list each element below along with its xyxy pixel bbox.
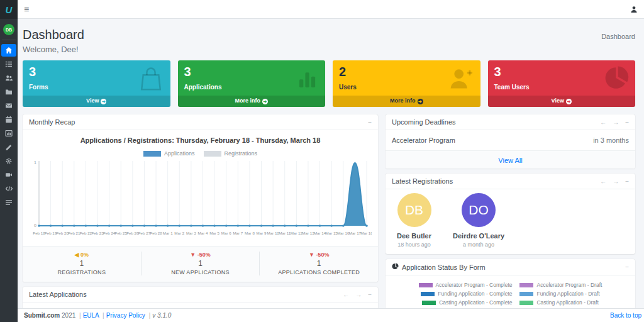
arrow-circle-icon: ➜ [418,99,423,104]
prev-icon[interactable]: ← [343,291,349,298]
collapse-icon[interactable]: − [368,291,372,298]
stat-label: APPLICATIONS COMPLETED [260,269,378,275]
app-logo[interactable]: U [0,0,18,19]
registration-user[interactable]: DO Deirdre O'Leary a month ago [453,193,504,248]
list-icon [5,199,13,206]
next-icon[interactable]: → [613,119,619,126]
sidebar-item-team[interactable] [1,72,16,84]
eula-link[interactable]: EULA [83,312,99,319]
registration-time: 18 hours ago [397,242,431,248]
applications-completed-stat: ▼ -50% 1 APPLICATIONS COMPLETED [259,252,378,275]
back-to-top-link[interactable]: Back to top [610,312,641,319]
folder-icon [5,88,13,96]
stat-value: 1 [23,259,141,268]
privacy-policy-link[interactable]: Privacy Policy [106,312,145,319]
sidebar-item-forms[interactable] [1,58,16,70]
applications-card: 3 Applications More info➜ [178,60,326,107]
user-avatar[interactable]: DB [3,24,14,35]
registrations-stat: ◀ 0% 1 REGISTRATIONS [23,252,141,275]
svg-text:Mar 3: Mar 3 [186,231,196,235]
svg-text:Mar 12: Mar 12 [291,231,303,235]
sidebar-item-calendar[interactable] [1,113,16,126]
applications-registrations-chart: 10Feb 18Feb 19Feb 20Feb 21Feb 22Feb 23Fe… [29,158,372,241]
menu-toggle-icon[interactable]: ≡ [24,5,29,14]
collapse-icon[interactable]: − [625,178,629,185]
svg-text:Feb 24: Feb 24 [103,231,116,235]
monthly-recap-panel: Monthly Recap − Applications / Registrat… [23,114,378,282]
svg-text:Mar 18: Mar 18 [360,231,372,235]
collapse-icon[interactable]: − [368,119,372,126]
page-footer: Submit.com 2021 |EULA |Privacy Policy |v… [18,308,644,322]
pie-legend-item[interactable]: Casting Application - Complete [422,299,512,306]
prev-icon[interactable]: ← [600,178,606,185]
svg-text:Mar 2: Mar 2 [174,231,184,235]
sidebar-item-folders[interactable] [1,86,16,98]
sidebar: U DB [0,0,18,322]
svg-text:Mar 13: Mar 13 [302,231,314,235]
change-indicator: ◀ 0% [23,252,141,258]
svg-text:1: 1 [34,160,36,165]
pie-legend-item[interactable]: Accelerator Program - Draft [519,282,602,288]
sidebar-item-settings[interactable] [1,155,16,167]
sidebar-item-logs[interactable] [1,196,16,209]
legend-item[interactable]: Registrations [204,150,258,157]
svg-text:Feb 28: Feb 28 [150,231,162,235]
monthly-recap-title: Monthly Recap [29,118,368,126]
sidebar-item-home[interactable] [1,44,16,57]
deadline-name: Accelerator Program [392,136,455,144]
pie-legend-item[interactable]: Casting Application - Draft [519,299,598,306]
prev-icon[interactable]: ← [600,119,606,126]
view-all-link[interactable]: View All [498,157,522,164]
stat-label: NEW APPLICATIONS [142,269,260,275]
svg-text:Mar 14: Mar 14 [314,231,326,235]
upcoming-deadlines-panel: Upcoming Deadlines ← → − Accelerator Pro… [386,114,635,169]
sidebar-divider [2,40,16,40]
stat-value: 1 [260,259,378,268]
svg-text:Feb 20: Feb 20 [57,231,69,235]
breadcrumb[interactable]: Dashboard [601,33,635,40]
pie-legend-item[interactable]: Accelerator Program - Complete [419,282,513,288]
svg-text:Feb 27: Feb 27 [138,231,151,235]
applications-more-info-link[interactable]: More info➜ [178,96,326,107]
team-users-view-link[interactable]: View➜ [488,96,636,107]
stat-cards-row: 3 Forms View➜ 3 Applications More info➜ [23,60,635,107]
next-icon[interactable]: → [355,291,362,298]
sidebar-item-messages[interactable] [1,99,16,112]
new-applications-stat: ▼ -50% 1 NEW APPLICATIONS [141,252,260,275]
page-title: Dashboard [23,28,84,42]
next-icon[interactable]: → [613,178,619,185]
sidebar-item-reports[interactable] [1,127,16,140]
gear-icon [5,157,13,165]
deadline-row[interactable]: Accelerator Program in 3 months [392,135,629,145]
svg-text:Feb 19: Feb 19 [45,231,57,235]
arrow-circle-icon: ➜ [101,99,106,104]
video-camera-icon [5,171,13,179]
recap-stats-row: ◀ 0% 1 REGISTRATIONS ▼ -50% 1 NEW APPLIC… [23,246,378,282]
bar-chart-icon [292,65,320,93]
svg-text:Feb 26: Feb 26 [126,231,139,235]
dashboard-app: U DB [0,0,644,322]
svg-text:0: 0 [34,223,36,228]
account-menu-icon[interactable] [630,6,638,13]
task-list-icon [5,60,13,68]
collapse-icon[interactable]: − [625,119,629,126]
arrow-circle-icon: ➜ [566,99,572,104]
footer-left: Submit.com 2021 |EULA |Privacy Policy |v… [24,312,171,319]
svg-text:Mar 17: Mar 17 [349,231,362,235]
registration-time: a month ago [453,242,504,248]
pie-legend-item[interactable]: Funding Application - Complete [421,291,512,297]
forms-view-link[interactable]: View➜ [23,96,170,107]
change-indicator: ▼ -50% [142,252,260,258]
version-label: v 3.1.0 [152,312,171,319]
sidebar-item-edit[interactable] [1,141,16,153]
pie-legend-item[interactable]: Funding Application - Draft [519,291,599,297]
svg-text:Feb 21: Feb 21 [68,231,80,235]
collapse-icon[interactable]: − [625,264,629,270]
sidebar-item-code[interactable] [1,182,16,195]
users-more-info-link[interactable]: More info➜ [333,96,480,107]
legend-item[interactable]: Applications [143,150,195,157]
pie-legend: Accelerator Program - CompleteAccelerato… [392,282,629,306]
arrow-circle-icon: ➜ [262,99,268,104]
registration-user[interactable]: DB Dee Butler 18 hours ago [397,193,431,248]
sidebar-item-video[interactable] [1,169,16,181]
